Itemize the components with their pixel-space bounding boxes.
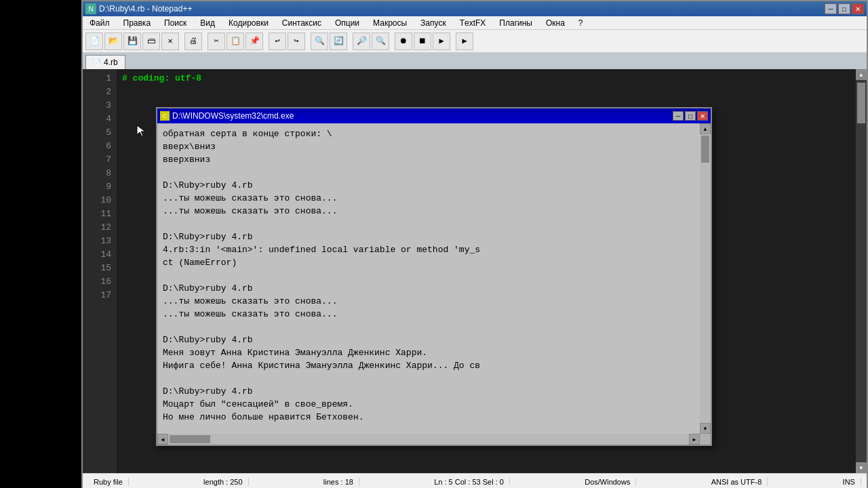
cmd-title-bar: C D:\WINDOWS\system32\cmd.exe ─ □ ✕ (157, 108, 711, 123)
line-num-11: 11 (83, 207, 111, 221)
cmd-line-9: D:\Ruby>ruby 4.rb (163, 230, 705, 243)
status-length: length : 250 (198, 478, 249, 486)
restore-button[interactable]: □ (838, 3, 850, 14)
tb-close[interactable]: ✕ (161, 33, 179, 50)
cmd-line-24 (163, 424, 705, 434)
menu-run[interactable]: Запуск (416, 17, 450, 29)
line-num-6: 6 (83, 140, 111, 153)
tab-label: 4.rb (104, 58, 118, 67)
tb-open[interactable]: 📂 (104, 33, 122, 50)
line-num-8: 8 (83, 167, 111, 180)
tb-macro-stop[interactable]: ⏹ (414, 33, 431, 50)
tb-copy[interactable]: 📋 (226, 33, 244, 50)
menu-textfx[interactable]: ТextFX (456, 17, 490, 29)
line-num-4: 4 (83, 113, 111, 126)
line-num-13: 13 (83, 235, 111, 248)
menu-plugins[interactable]: Плагины (495, 17, 536, 29)
menu-help[interactable]: ? (574, 17, 587, 29)
cmd-restore-btn[interactable]: □ (685, 111, 696, 121)
line-num-9: 9 (83, 180, 111, 194)
menu-file[interactable]: Файл (85, 17, 114, 29)
cmd-scroll-up-btn[interactable]: ▲ (700, 123, 711, 134)
title-controls: ─ □ ✕ (825, 3, 864, 14)
tb-print[interactable]: 🖨 (184, 33, 202, 50)
line-num-1: 1 (83, 72, 111, 85)
cmd-minimize-btn[interactable]: ─ (673, 111, 684, 121)
scroll-down-btn[interactable]: ▼ (856, 462, 867, 473)
tb-macro-play[interactable]: ▶ (433, 33, 450, 50)
cmd-line-19: Нифига себе! Анна Кристина Эмануэлла Дже… (163, 359, 705, 372)
cmd-line-21: D:\Ruby>ruby 4.rb (163, 385, 705, 398)
cmd-hscroll-thumb[interactable] (170, 435, 210, 443)
scroll-thumb[interactable] (857, 83, 865, 123)
cmd-line-22: Моцарт был "сенсацией" в свое_время. (163, 398, 705, 411)
close-button[interactable]: ✕ (852, 3, 864, 14)
line-num-5: 5 (83, 126, 111, 140)
menu-syntax[interactable]: Синтаксис (278, 17, 326, 29)
minimize-button[interactable]: ─ (825, 3, 837, 14)
tb-undo[interactable]: ↩ (269, 33, 286, 50)
tab-4rb[interactable]: 📄 4.rb (85, 55, 125, 69)
tb-zoom-in[interactable]: 🔎 (353, 33, 370, 50)
scroll-up-btn[interactable]: ▲ (856, 69, 867, 80)
cmd-line-8 (163, 218, 705, 230)
tb-zoom-out[interactable]: 🔍 (372, 33, 389, 50)
cmd-close-btn[interactable]: ✕ (697, 111, 708, 121)
cmd-hscroll-right-btn[interactable]: ▶ (689, 434, 700, 445)
scroll-track[interactable] (856, 80, 867, 462)
menu-encoding[interactable]: Кодировки (224, 17, 273, 29)
tb-find[interactable]: 🔍 (311, 33, 328, 50)
tb-paste[interactable]: 📌 (245, 33, 263, 50)
cmd-scrollbar[interactable]: ▲ ▼ (700, 123, 711, 434)
cmd-hscroll-track[interactable] (168, 434, 689, 445)
cmd-line-3: вверхвниз (163, 153, 705, 166)
menu-bar: Файл Правка Поиск Вид Кодировки Синтакси… (83, 16, 867, 30)
line-num-7: 7 (83, 153, 111, 167)
cmd-line-13: D:\Ruby>ruby 4.rb (163, 282, 705, 295)
cmd-line-15: ...ты можешь сказать это снова... (163, 308, 705, 321)
cmd-line-7: ...ты можешь сказать это снова... (163, 205, 705, 218)
menu-edit[interactable]: Правка (119, 17, 155, 29)
notepad-icon: N (85, 3, 96, 14)
tb-cut[interactable]: ✂ (208, 33, 225, 50)
editor-scrollbar[interactable]: ▲ ▼ (856, 69, 867, 473)
line-num-14: 14 (83, 248, 111, 262)
cmd-line-18: Меня зовут Анна Кристина Эмануэлла Дженк… (163, 346, 705, 359)
tb-save-all[interactable]: 🗃 (142, 33, 160, 50)
status-bar: Ruby file length : 250 lines : 18 Ln : 5… (83, 473, 867, 488)
line-num-17: 17 (83, 289, 111, 302)
tb-run[interactable]: ▶ (456, 33, 473, 50)
title-bar-left: N D:\Ruby\4.rb - Notepad++ (85, 3, 192, 14)
status-encoding-dos: Dos/Windows (579, 478, 636, 486)
menu-macros[interactable]: Макросы (369, 17, 411, 29)
cmd-line-5: D:\Ruby>ruby 4.rb (163, 179, 705, 192)
menu-windows[interactable]: Окна (542, 17, 569, 29)
cmd-line-4 (163, 166, 705, 179)
tb-redo[interactable]: ↪ (288, 33, 305, 50)
line-numbers: 1 2 3 4 5 6 7 8 9 10 11 12 13 14 15 16 1… (83, 69, 117, 473)
cmd-line-10: 4.rb:3:in '<main>': undefined local vari… (163, 243, 705, 256)
status-ins: INS (837, 478, 861, 486)
tb-new[interactable]: 📄 (85, 33, 103, 50)
tab-bar: 📄 4.rb (83, 53, 867, 69)
tb-save[interactable]: 💾 (123, 33, 141, 50)
tb-macro-record[interactable]: ⏺ (395, 33, 412, 50)
cmd-title-text: D:\WINDOWS\system32\cmd.exe (172, 111, 294, 121)
line-num-15: 15 (83, 262, 111, 275)
cmd-hscrollbar[interactable]: ◀ ▶ (157, 434, 700, 445)
menu-view[interactable]: Вид (196, 17, 219, 29)
cmd-scroll-down-btn[interactable]: ▼ (700, 423, 711, 434)
tb-replace[interactable]: 🔄 (330, 33, 347, 50)
cmd-line-14: ...ты можешь сказать это снова... (163, 295, 705, 308)
cmd-line-12 (163, 269, 705, 282)
cmd-scroll-track[interactable] (700, 134, 711, 423)
line-num-10: 10 (83, 194, 111, 207)
cmd-icon: C (160, 111, 170, 121)
toolbar: 📄 📂 💾 🗃 ✕ 🖨 ✂ 📋 📌 ↩ ↪ 🔍 🔄 🔎 🔍 ⏺ ⏹ ▶ ▶ (83, 30, 867, 53)
menu-options[interactable]: Опции (331, 17, 363, 29)
menu-search[interactable]: Поиск (160, 17, 191, 29)
status-encoding: ANSI as UTF-8 (706, 478, 768, 486)
cmd-corner (700, 434, 711, 445)
cmd-scroll-thumb[interactable] (701, 136, 709, 163)
cmd-hscroll-left-btn[interactable]: ◀ (157, 434, 168, 445)
